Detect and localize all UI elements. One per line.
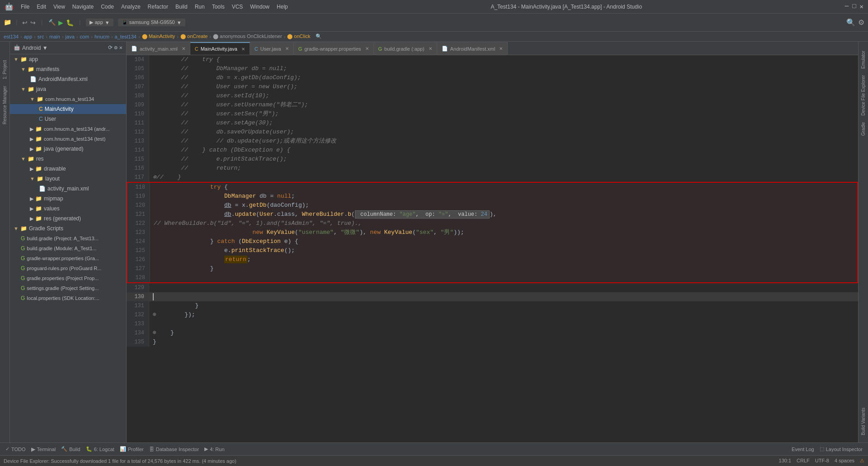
breadcrumb-package[interactable]: a_test134	[115, 34, 137, 39]
close-tab-main[interactable]: ✕	[241, 47, 245, 52]
todo-button[interactable]: ✓ TODO	[4, 445, 28, 453]
tree-androidmanifest[interactable]: 📄 AndroidManifest.xml	[10, 74, 126, 84]
close-tab-gradle-wrapper[interactable]: ✕	[365, 46, 369, 51]
panel-resource-manager[interactable]: Resource Manager	[1, 83, 8, 127]
menu-edit[interactable]: Edit	[37, 4, 46, 10]
tree-values[interactable]: ▶ 📁 values	[10, 204, 126, 214]
database-inspector-button[interactable]: 🗄 Database Inspector	[147, 446, 201, 453]
breadcrumb-onclick[interactable]: ⬤ onClick	[287, 33, 310, 39]
tree-package-test[interactable]: ▶ 📁 com.hnucm.a_test134 (test)	[10, 134, 126, 144]
code-line-111: 111 // user.setAge(30);	[127, 119, 858, 128]
panel-device-file[interactable]: Device File Explorer	[860, 72, 867, 118]
window-controls[interactable]: ─ □ ✕	[845, 3, 863, 10]
maximize-button[interactable]: □	[852, 3, 856, 10]
tree-layout[interactable]: ▼ 📁 layout	[10, 174, 126, 184]
menu-code[interactable]: Code	[101, 4, 114, 10]
breadcrumb-search-icon[interactable]: 🔍	[316, 33, 322, 39]
tree-mainactivity[interactable]: C MainActivity	[10, 104, 126, 114]
close-button[interactable]: ✕	[860, 3, 863, 10]
tab-user-java[interactable]: C User.java ✕	[250, 42, 294, 55]
run-button[interactable]: ▶ 4: Run	[203, 445, 226, 453]
breadcrumb-app[interactable]: app	[24, 34, 32, 39]
toolbar-redo-button[interactable]: ↪	[30, 19, 36, 26]
panel-build-variants[interactable]: Build Variants	[860, 405, 867, 438]
tree-package-android[interactable]: ▶ 📁 com.hnucm.a_test134 (andr...	[10, 124, 126, 134]
menu-window[interactable]: Window	[250, 4, 269, 10]
menu-file[interactable]: File	[21, 4, 29, 10]
tree-build-gradle-module[interactable]: G build.gradle (Module: A_Test1...	[10, 243, 126, 253]
panel-emulator[interactable]: Emulator	[860, 48, 867, 71]
tree-proguard[interactable]: G proguard-rules.pro (ProGuard R...	[10, 263, 126, 273]
tree-gradle-scripts[interactable]: ▼ 📁 Gradle Scripts	[10, 223, 126, 233]
code-editor[interactable]: 104 // try { 105 // DbManager db = null;…	[127, 55, 858, 442]
tree-package[interactable]: ▼ 📁 com.hnucm.a_test134	[10, 94, 126, 104]
tree-res[interactable]: ▼ 📁 res	[10, 154, 126, 164]
toolbar: 📁 | ↩ ↪ | 🔨 ▶ 🐛 | ▶ app ▼ 📱 samsung SM-G…	[0, 14, 868, 32]
terminal-button[interactable]: ▶ Terminal	[29, 445, 58, 453]
tree-app[interactable]: ▼ 📁 app	[10, 54, 126, 64]
tree-java[interactable]: ▼ 📁 java	[10, 84, 126, 94]
sidebar-close-icon[interactable]: ✕	[119, 44, 123, 51]
tab-gradle-wrapper[interactable]: G gradle-wrapper.properties ✕	[294, 42, 374, 55]
breadcrumb-main[interactable]: main	[49, 34, 60, 39]
breadcrumb-class[interactable]: ⬤ MainActivity	[142, 33, 175, 39]
tree-drawable[interactable]: ▶ 📁 drawable	[10, 164, 126, 174]
breadcrumb-java[interactable]: java	[66, 34, 75, 39]
menu-analyze[interactable]: Analyze	[121, 4, 141, 10]
tree-activity-main[interactable]: 📄 activity_main.xml	[10, 184, 126, 194]
device-selector[interactable]: ▶ app ▼	[86, 19, 113, 26]
breadcrumb-com[interactable]: com	[80, 34, 89, 39]
menu-vcs[interactable]: VCS	[232, 4, 243, 10]
proguard-icon: G	[21, 265, 25, 271]
sidebar-sync-icon[interactable]: ⟳	[108, 44, 113, 51]
breadcrumb-project[interactable]: est134	[4, 34, 19, 39]
toolbar-undo-button[interactable]: ↩	[22, 19, 28, 26]
menu-view[interactable]: View	[53, 4, 65, 10]
tree-local-properties[interactable]: G local.properties (SDK Location:...	[10, 293, 126, 303]
close-tab-activity[interactable]: ✕	[182, 46, 185, 51]
breadcrumb-method[interactable]: ⬤ onCreate	[180, 33, 208, 39]
menu-refactor[interactable]: Refactor	[148, 4, 168, 10]
menu-tools[interactable]: Tools	[212, 4, 225, 10]
menu-help[interactable]: Help	[277, 4, 288, 10]
panel-gradle[interactable]: Gradle	[860, 119, 867, 138]
tree-user[interactable]: C User	[10, 114, 126, 124]
toolbar-debug-button[interactable]: 🐛	[66, 19, 74, 26]
minimize-button[interactable]: ─	[845, 3, 849, 10]
tab-android-manifest[interactable]: 📄 AndroidManifest.xml ✕	[437, 42, 508, 55]
tab-mainactivity-java[interactable]: C MainActivity.java ✕	[190, 42, 250, 55]
close-tab-build[interactable]: ✕	[429, 46, 432, 51]
breadcrumb-listener[interactable]: ⬤ anonymous OnClickListener	[213, 33, 282, 39]
toolbar-run-button[interactable]: ▶	[58, 19, 63, 26]
logcat-button[interactable]: 🐛 6: Logcat	[84, 445, 116, 453]
tree-gradle-wrapper[interactable]: G gradle-wrapper.properties (Gra...	[10, 253, 126, 263]
tree-settings-gradle[interactable]: G settings.gradle (Project Setting...	[10, 283, 126, 293]
profiler-button[interactable]: 📊 Profiler	[118, 445, 146, 453]
device-name-selector[interactable]: 📱 samsung SM-G9550 ▼	[118, 19, 185, 26]
tree-java-generated[interactable]: ▶ 📁 java (generated)	[10, 144, 126, 154]
panel-project[interactable]: 1: Project	[1, 57, 8, 82]
layout-inspector-button[interactable]: ⬚ Layout Inspector	[818, 445, 864, 453]
tree-res-generated[interactable]: ▶ 📁 res (generated)	[10, 214, 126, 223]
search-everywhere-button[interactable]: 🔍	[846, 18, 855, 27]
folder-icon-android: 📁	[35, 126, 42, 132]
close-tab-user[interactable]: ✕	[285, 46, 289, 51]
view-selector[interactable]: Android ▼	[22, 45, 48, 51]
breadcrumb-src[interactable]: src	[38, 34, 44, 39]
tree-build-gradle-project[interactable]: G build.gradle (Project: A_Test13...	[10, 233, 126, 243]
tab-activity-main-xml[interactable]: 📄 activity_main.xml ✕	[127, 42, 190, 55]
menu-run[interactable]: Run	[195, 4, 205, 10]
tab-build-gradle[interactable]: G build.gradle (:app) ✕	[374, 42, 437, 55]
menu-build[interactable]: Build	[175, 4, 188, 10]
build-button[interactable]: 🔨 Build	[59, 445, 82, 453]
tree-manifests[interactable]: ▼ 📁 manifests	[10, 64, 126, 74]
sidebar-config-icon[interactable]: ⚙	[114, 44, 118, 51]
tree-gradle-properties[interactable]: G gradle.properties (Project Prop...	[10, 273, 126, 283]
event-log-button[interactable]: Event Log	[790, 446, 816, 453]
close-tab-manifest[interactable]: ✕	[499, 46, 503, 51]
breadcrumb-hnucm[interactable]: hnucm	[94, 34, 109, 39]
toolbar-build-button[interactable]: 🔨	[48, 19, 56, 26]
settings-button[interactable]: ⚙	[858, 18, 864, 27]
tree-mipmap[interactable]: ▶ 📁 mipmap	[10, 194, 126, 204]
menu-navigate[interactable]: Navigate	[72, 4, 94, 10]
